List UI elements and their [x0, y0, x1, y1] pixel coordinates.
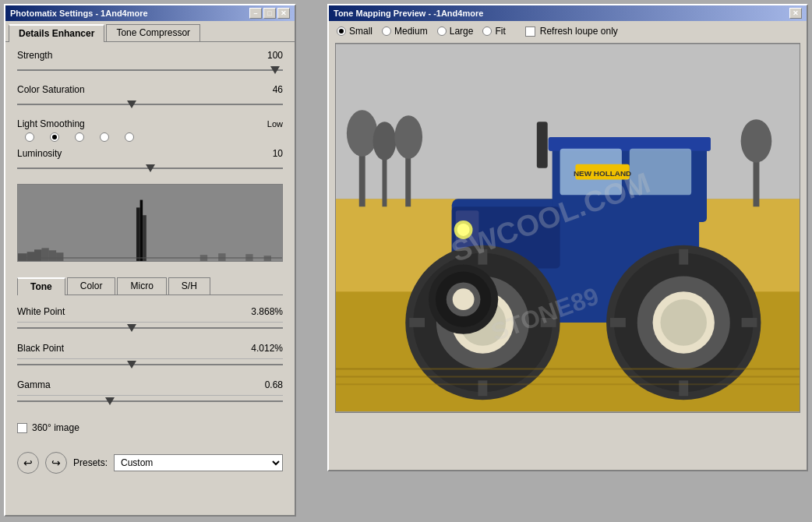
light-smooth-option-2[interactable] [75, 132, 84, 142]
svg-rect-5 [49, 250, 56, 261]
color-saturation-value: 46 [273, 84, 283, 95]
black-point-track [17, 364, 283, 365]
svg-point-19 [347, 110, 378, 156]
radio-large[interactable] [437, 26, 447, 36]
light-smoothing-radio-group [17, 132, 283, 142]
size-large-label: Large [450, 26, 474, 37]
maximize-button[interactable]: □ [263, 8, 276, 19]
svg-point-21 [373, 122, 397, 160]
luminosity-label: Luminosity [17, 148, 62, 159]
refresh-loupe-checkbox[interactable] [525, 26, 535, 37]
sub-tab-tone[interactable]: Tone [17, 277, 65, 295]
size-medium[interactable]: Medium [382, 26, 428, 37]
radio-medium[interactable] [382, 26, 391, 36]
sub-tab-sh[interactable]: S/H [168, 277, 210, 295]
settings-window: Photomatix Settings - 1And4more – □ ✕ De… [4, 4, 296, 517]
preview-close-button[interactable]: ✕ [789, 8, 802, 19]
checkbox-360[interactable] [17, 423, 27, 433]
white-point-label: White Point [17, 306, 65, 317]
redo-button[interactable]: ↪ [45, 452, 67, 474]
presets-select[interactable]: Custom Default Painterly Grunge Vibrant [114, 454, 283, 471]
gamma-thumb[interactable] [105, 397, 115, 405]
strength-value: 100 [267, 50, 283, 61]
size-fit[interactable]: Fit [482, 26, 505, 37]
svg-rect-13 [264, 256, 271, 261]
strength-slider[interactable] [17, 62, 283, 78]
gamma-track [17, 400, 283, 402]
svg-rect-1 [18, 253, 27, 261]
color-saturation-slider-row: Color Saturation 46 [17, 84, 283, 112]
svg-rect-7 [136, 207, 140, 261]
radio-fit[interactable] [482, 26, 492, 36]
white-point-value: 3.868% [251, 306, 283, 317]
luminosity-track [17, 168, 283, 169]
size-small[interactable]: Small [337, 26, 372, 37]
radio-2[interactable] [75, 132, 84, 142]
light-smooth-option-3[interactable] [100, 132, 109, 142]
luminosity-slider-row: Luminosity 10 [17, 148, 283, 176]
light-smooth-option-4[interactable] [125, 132, 134, 142]
light-smooth-option-0[interactable] [25, 132, 34, 142]
white-point-thumb[interactable] [127, 324, 136, 332]
sub-tab-color[interactable]: Color [67, 277, 116, 295]
tractor-scene: NEW HOLLAND SWCOOL.COM STONE89 [336, 44, 800, 412]
black-point-thumb[interactable] [127, 361, 136, 369]
svg-rect-11 [218, 253, 225, 261]
sub-tab-micro[interactable]: Micro [117, 277, 166, 295]
radio-3[interactable] [100, 132, 109, 142]
close-button[interactable]: ✕ [277, 8, 290, 19]
gamma-slider[interactable] [17, 396, 283, 411]
svg-rect-4 [41, 248, 48, 261]
minimize-button[interactable]: – [249, 8, 262, 19]
undo-button[interactable]: ↩ [17, 452, 39, 474]
strength-label: Strength [17, 50, 52, 61]
black-point-slider[interactable] [17, 359, 283, 375]
size-radio-group: Small Medium Large Fit [337, 26, 506, 37]
color-saturation-track [17, 104, 283, 105]
settings-title-bar: Photomatix Settings - 1And4more – □ ✕ [5, 5, 295, 21]
tab-details-enhancer[interactable]: Details Enhancer [9, 24, 104, 41]
preview-title: Tone Mapping Preview - -1And4more [334, 9, 483, 18]
luminosity-thumb[interactable] [146, 164, 155, 172]
radio-4[interactable] [125, 132, 134, 142]
white-point-slider[interactable] [17, 323, 283, 338]
radio-0[interactable] [25, 132, 34, 142]
black-point-label: Black Point [17, 343, 64, 354]
size-fit-label: Fit [495, 26, 505, 37]
size-large[interactable]: Large [437, 26, 474, 37]
luminosity-slider[interactable] [17, 160, 283, 176]
preview-title-bar: Tone Mapping Preview - -1And4more ✕ [329, 5, 807, 21]
svg-rect-36 [537, 122, 548, 168]
checkbox-360-section: 360° image [5, 411, 295, 444]
light-smooth-option-1[interactable] [50, 132, 59, 142]
main-tab-bar: Details Enhancer Tone Compressor [5, 21, 295, 42]
color-saturation-label: Color Saturation [17, 84, 85, 95]
svg-rect-3 [34, 249, 41, 261]
light-smoothing-right-label: Low [267, 119, 283, 129]
light-smoothing-label: Light Smoothing [17, 118, 85, 129]
svg-point-23 [394, 115, 422, 159]
sub-tab-bar: Tone Color Micro S/H [17, 277, 283, 295]
bottom-section: ↩ ↪ Presets: Custom Default Painterly Gr… [5, 444, 295, 481]
preview-title-bar-buttons: ✕ [789, 8, 802, 19]
preview-image-area: NEW HOLLAND SWCOOL.COM STONE89 [335, 43, 800, 413]
svg-rect-2 [27, 252, 34, 261]
strength-thumb[interactable] [270, 66, 280, 74]
radio-small[interactable] [337, 26, 346, 36]
svg-point-50 [661, 299, 708, 346]
preview-controls: Small Medium Large Fit Refresh loupe onl… [329, 21, 807, 41]
white-point-track [17, 327, 283, 329]
color-saturation-thumb[interactable] [127, 101, 136, 108]
tab-tone-compressor[interactable]: Tone Compressor [106, 24, 200, 41]
gamma-label: Gamma [17, 379, 51, 390]
strength-slider-row: Strength 100 [17, 50, 283, 78]
presets-label: Presets: [73, 457, 108, 468]
light-smoothing-row: Light Smoothing Low [17, 118, 283, 142]
black-point-value: 4.012% [251, 343, 283, 354]
size-medium-label: Medium [394, 26, 428, 37]
svg-rect-9 [143, 215, 147, 261]
radio-1[interactable] [50, 132, 59, 142]
color-saturation-slider[interactable] [17, 97, 283, 112]
black-point-row: Black Point 4.012% [17, 338, 283, 359]
gamma-row: Gamma 0.68 [17, 375, 283, 396]
